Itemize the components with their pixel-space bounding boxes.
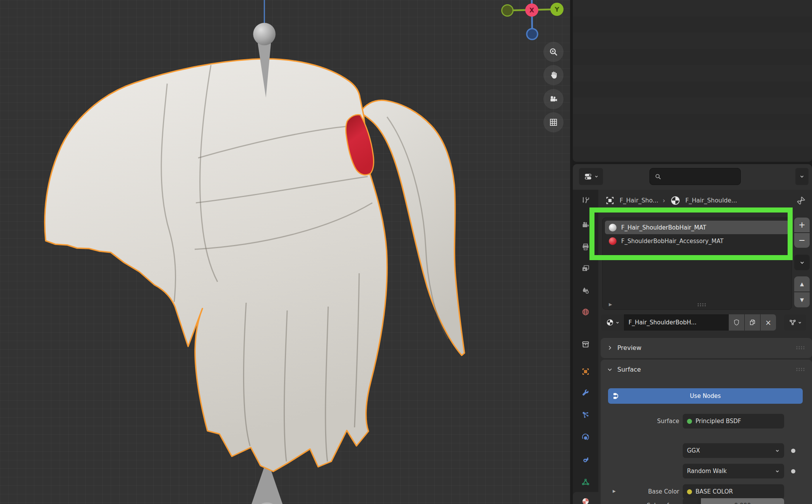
drag-grip-icon[interactable] xyxy=(795,345,806,350)
tab-render[interactable] xyxy=(581,221,590,230)
move-slot-up-button[interactable]: ▲ xyxy=(794,276,810,291)
surface-shader-field[interactable]: Principled BSDF xyxy=(683,414,784,429)
axis-neg-z-ball[interactable] xyxy=(527,29,538,39)
object-icon xyxy=(581,367,590,376)
search-field[interactable] xyxy=(649,168,741,185)
search-icon xyxy=(654,173,662,180)
nodes-icon xyxy=(612,391,621,401)
surface-panel-title: Surface xyxy=(617,366,641,373)
header-options-button[interactable] xyxy=(795,168,809,185)
breadcrumb-material[interactable]: F_Hair_Shoulde... xyxy=(685,197,737,204)
base-color-field[interactable]: BASE COLOR xyxy=(683,484,784,499)
tab-physics[interactable] xyxy=(581,433,590,442)
use-nodes-button[interactable]: Use Nodes xyxy=(608,388,803,404)
preview-panel-title: Preview xyxy=(617,344,641,351)
fake-user-button[interactable] xyxy=(728,314,744,331)
tab-scene[interactable] xyxy=(581,286,590,295)
zoom-in-icon xyxy=(548,47,558,57)
zoom-button[interactable] xyxy=(543,42,564,62)
browse-material-button[interactable] xyxy=(601,314,624,331)
material-sphere-icon xyxy=(606,318,614,327)
pan-button[interactable] xyxy=(543,65,564,85)
breadcrumb-object[interactable]: F_Hair_Sho... xyxy=(620,197,658,204)
remove-slot-button[interactable]: − xyxy=(794,232,810,248)
subsurface-method-dropdown[interactable]: Random Walk xyxy=(683,464,784,478)
axis-gizmo[interactable]: X Y xyxy=(486,0,570,45)
particles-icon xyxy=(581,410,590,420)
chevron-down-icon xyxy=(775,448,780,453)
tab-collection[interactable] xyxy=(581,340,590,349)
constraints-icon xyxy=(581,455,590,465)
properties-editor: F_Hair_Sho... › F_Hair_Shoulde... xyxy=(573,164,812,504)
shader-dot-icon xyxy=(687,419,692,424)
chevron-down-icon xyxy=(799,260,805,266)
add-slot-button[interactable]: + xyxy=(794,218,810,232)
material-datablock-row: F_Hair_ShoulderBobH... × xyxy=(601,314,806,331)
output-printer-icon xyxy=(581,242,590,252)
duplicate-material-button[interactable] xyxy=(744,314,760,331)
camera-view-button[interactable] xyxy=(543,89,564,109)
tab-world[interactable] xyxy=(581,307,590,317)
blender-window: X Y xyxy=(0,0,812,504)
material-sphere-icon xyxy=(670,195,681,206)
surface-shader-value: Principled BSDF xyxy=(696,418,741,425)
right-editors: F_Hair_Sho... › F_Hair_Shoulde... xyxy=(573,0,812,504)
world-globe-icon xyxy=(581,307,590,317)
render-camera-icon xyxy=(581,221,590,230)
chevron-down-icon xyxy=(607,367,613,372)
outliner-editor[interactable] xyxy=(573,0,812,162)
material-name-field[interactable]: F_Hair_ShoulderBobH... xyxy=(624,314,728,331)
distribution-value: GGX xyxy=(687,447,700,454)
resize-grip-icon[interactable] xyxy=(696,302,707,307)
tab-object-data[interactable] xyxy=(581,478,590,487)
subsurface-slider[interactable]: 0.000 xyxy=(683,498,784,504)
physics-icon xyxy=(581,433,590,442)
tab-view-layer[interactable] xyxy=(581,264,590,273)
modifiers-wrench-icon xyxy=(581,389,590,398)
slider-left-segment xyxy=(683,498,697,504)
editor-type-button[interactable] xyxy=(579,168,603,185)
preview-panel[interactable]: Preview xyxy=(601,338,812,358)
material-sphere-icon xyxy=(581,497,590,504)
camera-view-icon xyxy=(548,94,558,104)
slot-list-buttons: + − ▲ ▼ xyxy=(794,218,810,307)
list-expand-icon[interactable]: ▶ xyxy=(609,302,612,307)
chevron-down-icon xyxy=(799,174,805,179)
move-slot-down-button[interactable]: ▼ xyxy=(794,291,810,307)
collection-box-icon xyxy=(581,340,590,349)
subsurface-label: Subsurface xyxy=(601,498,679,504)
decorator-dot-icon[interactable] xyxy=(791,449,795,453)
grid-view-button[interactable] xyxy=(543,112,564,132)
tab-tool[interactable] xyxy=(581,195,590,205)
properties-editor-icon xyxy=(583,171,593,182)
search-input[interactable] xyxy=(665,173,736,180)
pin-icon[interactable] xyxy=(796,195,807,206)
tab-output[interactable] xyxy=(581,242,590,252)
shield-icon xyxy=(733,319,740,326)
properties-header xyxy=(573,164,812,190)
chevron-down-icon xyxy=(798,321,802,325)
3d-viewport[interactable]: X Y xyxy=(0,0,570,504)
tab-modifiers[interactable] xyxy=(581,389,590,398)
chevron-down-icon xyxy=(615,321,620,325)
tab-object[interactable] xyxy=(581,367,590,376)
link-material-button[interactable] xyxy=(784,314,806,331)
axis-y-ball[interactable]: Y xyxy=(550,3,564,16)
slot-specials-button[interactable] xyxy=(794,255,810,270)
distribution-dropdown[interactable]: GGX xyxy=(683,443,784,458)
tab-particles[interactable] xyxy=(581,410,590,420)
tab-constraints[interactable] xyxy=(581,455,590,465)
surface-panel-header[interactable]: Surface xyxy=(601,360,812,379)
use-nodes-label: Use Nodes xyxy=(690,393,721,399)
axis-x-ball[interactable]: X xyxy=(525,3,538,17)
tab-material[interactable] xyxy=(581,497,590,504)
chevron-down-icon xyxy=(775,469,780,474)
chevron-down-icon xyxy=(594,174,599,179)
annotation-highlight-box xyxy=(589,207,793,260)
axis-neg-y-ball[interactable] xyxy=(502,5,513,16)
decorator-dot-icon[interactable] xyxy=(791,469,795,473)
unlink-material-button[interactable]: × xyxy=(760,314,776,331)
subsurface-value: 0.000 xyxy=(701,498,784,504)
drag-grip-icon[interactable] xyxy=(795,367,806,372)
surface-panel: Surface Use Nodes xyxy=(601,360,812,504)
